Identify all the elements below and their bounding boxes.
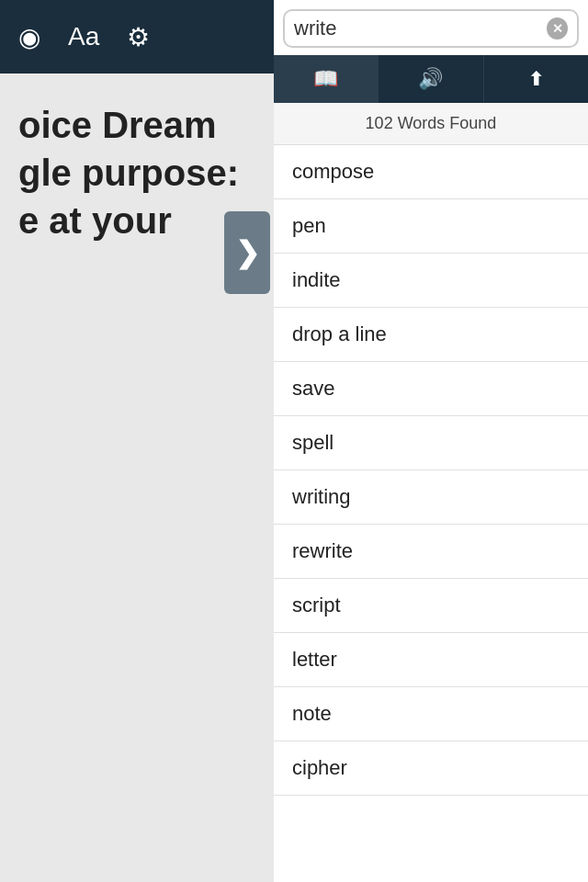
list-item[interactable]: save <box>274 362 588 416</box>
tab-audio[interactable]: 🔊 <box>379 55 483 103</box>
list-item[interactable]: cipher <box>274 741 588 796</box>
tab-share[interactable]: ⬆ <box>484 55 588 103</box>
list-item[interactable]: indite <box>274 254 588 308</box>
list-item[interactable]: spell <box>274 416 588 470</box>
list-item[interactable]: compose <box>274 145 588 199</box>
audio-wave-icon[interactable]: ◉ <box>18 22 40 52</box>
list-item[interactable]: script <box>274 579 588 633</box>
search-panel: ✕ 📖 🔊 ⬆ 102 Words Found composepenindite… <box>274 0 588 882</box>
words-found-label: 102 Words Found <box>274 103 588 145</box>
speaker-icon: 🔊 <box>418 67 443 91</box>
list-item[interactable]: writing <box>274 470 588 525</box>
share-icon: ⬆ <box>528 68 544 90</box>
icon-toolbar: 📖 🔊 ⬆ <box>274 55 588 103</box>
close-icon: ✕ <box>552 21 563 36</box>
list-item[interactable]: pen <box>274 199 588 254</box>
settings-icon[interactable]: ⚙ <box>127 22 150 52</box>
list-item[interactable]: note <box>274 687 588 741</box>
list-item[interactable]: drop a line <box>274 308 588 362</box>
chevron-right-icon: ❯ <box>235 235 260 270</box>
search-input-row: ✕ <box>283 9 579 48</box>
word-list: composepeninditedrop a linesavespellwrit… <box>274 145 588 882</box>
tab-book[interactable]: 📖 <box>274 55 379 103</box>
book-icon: 📖 <box>313 67 338 91</box>
font-size-icon[interactable]: Aa <box>68 22 99 51</box>
chevron-button[interactable]: ❯ <box>224 211 270 294</box>
clear-search-button[interactable]: ✕ <box>547 17 568 40</box>
list-item[interactable]: letter <box>274 633 588 687</box>
search-input[interactable] <box>294 17 547 40</box>
list-item[interactable]: rewrite <box>274 525 588 579</box>
